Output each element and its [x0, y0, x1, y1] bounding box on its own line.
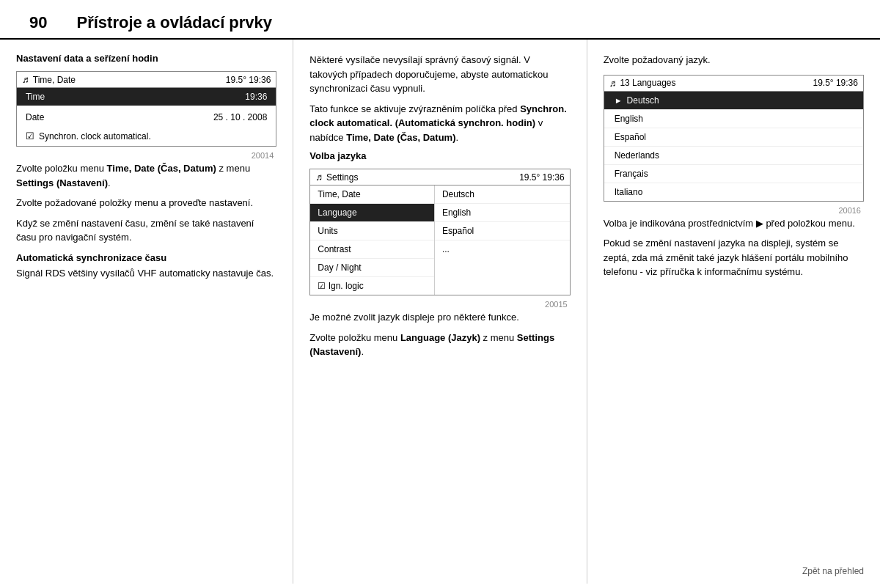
arrow-icon: ►	[615, 96, 623, 105]
lang-label-italiano: Italiano	[615, 187, 643, 197]
subsection-text-sync: Signál RDS většiny vysílačů VHF automati…	[16, 266, 276, 281]
screen-settings: ♬ Settings 19.5° 19:36 Time, Date Langua…	[309, 169, 570, 295]
page-header: 90 Přístroje a ovládací prvky	[0, 0, 880, 40]
section-title-left: Nastavení data a seřízení hodin	[16, 53, 276, 64]
body-text-3: Když se změní nastavení času, změní se t…	[16, 216, 276, 245]
screen-header-3: ♬ 13 Languages 19.5° 19:36	[604, 76, 863, 92]
middle-para1: Některé vysílače nevysílají správný časo…	[309, 53, 570, 96]
body-text-2: Zvolte požadované položky menu a proveďt…	[16, 196, 276, 210]
lang-label-espanol: Español	[615, 132, 646, 142]
column-middle: Některé vysílače nevysílají správný časo…	[293, 40, 587, 584]
settings-body: Time, Date Language Units Contrast Day /…	[310, 185, 569, 295]
checkbox-label: Synchron. clock automatical.	[39, 131, 151, 142]
middle-para2: Tato funkce se aktivuje zvýrazněním polí…	[309, 102, 570, 145]
settings-item-ign[interactable]: ☑ Ign. logic	[310, 277, 434, 295]
screen-header-2: ♬ Settings 19.5° 19:36	[310, 169, 569, 185]
language-icon: ♬	[609, 78, 617, 89]
image-number-1: 20014	[16, 150, 276, 161]
lang-option-more[interactable]: ...	[435, 240, 570, 258]
lang-body: ► Deutsch English Español Nederlands Fra…	[604, 92, 863, 201]
screen-header-left-2: ♬ Settings	[315, 172, 358, 183]
right-para1: Zvolte požadovaný jazyk.	[604, 53, 864, 67]
screen-status-3: 19.5° 19:36	[813, 78, 858, 88]
screen-header-1: ♬ Time, Date 19.5° 19:36	[17, 72, 276, 88]
lang-label-english: English	[615, 114, 643, 124]
screen-languages: ♬ 13 Languages 19.5° 19:36 ► Deutsch Eng…	[604, 75, 864, 202]
lang-option-espanol[interactable]: Español	[435, 222, 570, 240]
screen-label-3: 13 Languages	[620, 78, 675, 88]
middle-para4: Zvolte položku menu Language (Jazyk) z m…	[309, 331, 570, 359]
screen-time-date: ♬ Time, Date 19.5° 19:36 Time 19:36 Date…	[16, 71, 276, 147]
image-number-3: 20016	[604, 205, 864, 216]
footer-link[interactable]: Zpět na přehled	[802, 566, 864, 576]
screen-header-left-3: ♬ 13 Languages	[609, 78, 676, 89]
time-value: 19:36	[245, 92, 267, 102]
column-right: Zvolte požadovaný jazyk. ♬ 13 Languages …	[587, 40, 880, 584]
screen-label-2: Settings	[326, 172, 358, 183]
screen-label-1: Time, Date	[33, 75, 76, 85]
lang-item-deutsch[interactable]: ► Deutsch	[604, 92, 863, 110]
lang-label-francais: Français	[615, 169, 648, 179]
settings-right-panel: Deutsch English Español ...	[435, 185, 570, 295]
clock-icon: ♬	[22, 74, 29, 85]
lang-item-italiano[interactable]: Italiano	[604, 183, 863, 201]
settings-item-contrast[interactable]: Contrast	[310, 240, 434, 259]
lang-option-english[interactable]: English	[435, 204, 570, 222]
right-para3: Pokud se změní nastavení jazyka na displ…	[604, 236, 864, 279]
settings-item-daynight[interactable]: Day / Night	[310, 259, 434, 277]
middle-para3: Je možné zvolit jazyk displeje pro někte…	[309, 310, 570, 325]
content-area: Nastavení data a seřízení hodin ♬ Time, …	[0, 40, 880, 584]
checkbox-icon: ☑	[26, 131, 34, 142]
section-title-language: Volba jazyka	[309, 150, 570, 161]
screen-row-date[interactable]: Date 25 . 10 . 2008	[17, 109, 276, 126]
column-left: Nastavení data a seřízení hodin ♬ Time, …	[0, 40, 293, 584]
lang-option-deutsch[interactable]: Deutsch	[435, 185, 570, 204]
screen-status-1: 19.5° 19:36	[226, 75, 271, 85]
page-title: Přístroje a ovládací prvky	[76, 13, 272, 32]
lang-item-francais[interactable]: Français	[604, 165, 863, 183]
date-label: Date	[26, 112, 44, 122]
settings-left-panel: Time, Date Language Units Contrast Day /…	[310, 185, 435, 295]
lang-item-nederlands[interactable]: Nederlands	[604, 147, 863, 165]
body-text-1: Zvolte položku menu Time, Date (Čas, Dat…	[16, 161, 276, 190]
checkbox-sync[interactable]: ☑ Synchron. clock automatical.	[17, 126, 276, 146]
settings-item-timedate[interactable]: Time, Date	[310, 185, 434, 204]
lang-label-nederlands: Nederlands	[615, 150, 659, 161]
lang-item-espanol[interactable]: Español	[604, 128, 863, 147]
screen-row-time[interactable]: Time 19:36	[17, 88, 276, 106]
lang-label-deutsch: Deutsch	[627, 95, 659, 106]
settings-icon: ♬	[315, 172, 323, 183]
screen-status-2: 19.5° 19:36	[519, 172, 565, 183]
subsection-title-sync: Automatická synchronizace času	[16, 252, 276, 263]
settings-item-language[interactable]: Language	[310, 204, 434, 222]
screen-body-1: Time 19:36 Date 25 . 10 . 2008 ☑ Synchro…	[17, 88, 276, 146]
settings-item-units[interactable]: Units	[310, 222, 434, 240]
date-value: 25 . 10 . 2008	[213, 112, 267, 122]
time-label: Time	[26, 92, 45, 102]
screen-header-left-1: ♬ Time, Date	[22, 74, 76, 85]
image-number-2: 20015	[309, 298, 570, 310]
right-para2: Volba je indikována prostřednictvím ▶ př…	[604, 216, 864, 231]
page-number: 90	[29, 13, 47, 32]
lang-item-english[interactable]: English	[604, 110, 863, 128]
